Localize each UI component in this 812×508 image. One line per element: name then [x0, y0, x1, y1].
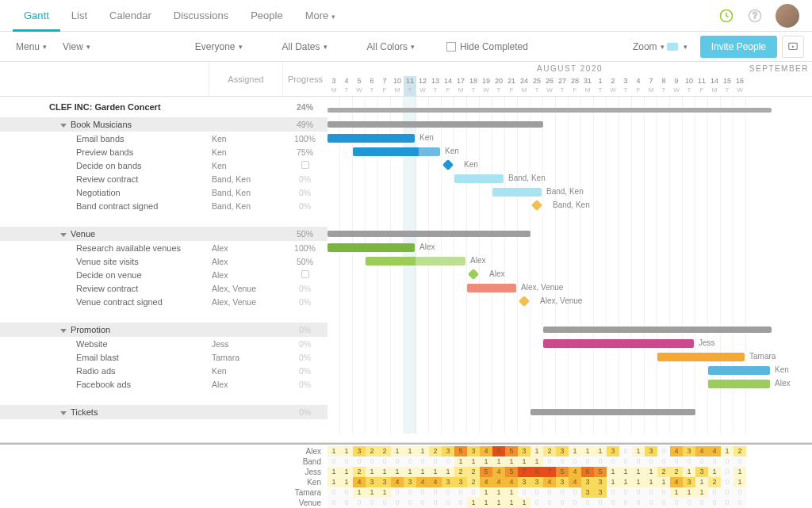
gantt-bar[interactable]: Ken [708, 366, 770, 375]
task-row[interactable]: Venue site visitsAlex50% [0, 254, 327, 268]
gantt-bar[interactable]: Alex [708, 380, 770, 388]
task-row[interactable]: Venue contract signedAlex, Venue0% [0, 295, 327, 308]
heatmap-row: Band000000000011111110000000000000000 [0, 456, 812, 467]
milestone[interactable] [531, 200, 542, 211]
task-row[interactable]: WebsiteJess0% [0, 337, 327, 350]
heatmap-row: Ken114334344332444334343311111431201 [0, 477, 812, 487]
day-cell: 1T [594, 76, 607, 96]
task-row[interactable]: Email blastTamara0% [0, 350, 327, 364]
tab-list[interactable]: List [60, 0, 98, 32]
filter-people[interactable]: Everyone▾ [187, 41, 251, 52]
day-cell: 8T [657, 76, 670, 96]
gantt-bar[interactable]: Band, Ken [492, 188, 542, 197]
day-cell: 15T [721, 76, 733, 96]
day-cell: 11F [695, 76, 708, 96]
day-cell: 2W [607, 76, 619, 96]
group-row[interactable]: Venue50% [0, 227, 327, 241]
tab-people[interactable]: People [239, 0, 293, 32]
col-progress: Progress [282, 62, 327, 96]
gantt-bar[interactable]: Band, Ken [454, 174, 504, 183]
day-cell: 11T [404, 76, 416, 96]
task-row[interactable]: Band contract signedBand, Ken0% [0, 199, 327, 212]
day-cell: 14F [442, 76, 454, 96]
day-cell: 13T [429, 76, 442, 96]
day-cell: 7F [378, 76, 391, 96]
group-row[interactable]: Tickets0% [0, 405, 327, 419]
zoom-dropdown[interactable]: Zoom▾▾ [625, 41, 695, 52]
view-dropdown[interactable]: View▾ [55, 41, 98, 52]
day-cell: 4T [340, 76, 353, 96]
project-row[interactable]: CLEF INC: Garden Concert24% [0, 97, 327, 117]
day-cell: 3M [327, 76, 340, 96]
activity-icon[interactable] [715, 5, 737, 27]
task-list-pane: Assigned Progress CLEF INC: Garden Conce… [0, 62, 327, 508]
timeline-month-2: SEPTEMBER [749, 64, 809, 73]
task-row[interactable]: Preview bandsKen75% [0, 145, 327, 159]
tab-discussions[interactable]: Discussions [163, 0, 239, 32]
milestone[interactable] [468, 269, 479, 280]
group-row[interactable]: Book Musicians49% [0, 117, 327, 132]
task-row[interactable]: Decide on venueAlex [0, 268, 327, 281]
heatmap-row: Venue000000000001111100000000000000000 [0, 498, 812, 508]
heatmap-row: Alex113221112353485312311130130434412 [0, 446, 812, 456]
day-cell: 28F [569, 76, 581, 96]
day-cell: 17M [454, 76, 467, 96]
gantt-bar[interactable]: Alex [327, 243, 415, 252]
day-cell: 9W [670, 76, 683, 96]
col-assigned: Assigned [209, 62, 282, 96]
task-row[interactable]: Decide on bandsKen [0, 159, 327, 172]
gantt-bar[interactable]: Tamara [657, 353, 745, 361]
task-row[interactable]: NegotiationBand, Ken0% [0, 185, 327, 199]
task-row[interactable]: Radio adsKen0% [0, 364, 327, 377]
day-cell: 5W [353, 76, 366, 96]
heatmap-row: Jess112111111122545787546511112213101 [0, 467, 812, 477]
avatar[interactable] [776, 4, 799, 28]
help-icon[interactable]: ? [744, 5, 766, 27]
gantt-bar[interactable]: Ken [327, 134, 415, 143]
day-cell: 18T [467, 76, 480, 96]
hide-completed-toggle[interactable]: Hide Completed [439, 41, 536, 52]
invite-button[interactable]: Invite People [700, 36, 777, 58]
day-cell: 25T [530, 76, 543, 96]
top-nav: GanttListCalendarDiscussionsPeopleMore ▾… [0, 0, 812, 32]
heatmap-row: Tamara001110000000111000003300000111000 [0, 487, 812, 498]
group-row[interactable]: Promotion0% [0, 323, 327, 337]
summary-bar[interactable] [530, 409, 695, 415]
menu-dropdown[interactable]: Menu▾ [8, 41, 55, 52]
filter-colors[interactable]: All Colors▾ [359, 41, 423, 52]
task-row[interactable]: Review contractBand, Ken0% [0, 172, 327, 185]
summary-bar[interactable] [543, 327, 772, 333]
tab-gantt[interactable]: Gantt [13, 0, 60, 32]
milestone[interactable] [442, 159, 454, 170]
resource-heatmap: Alex113221112353485312311130130434412Ban… [0, 442, 812, 508]
gantt-bar[interactable]: Ken [353, 147, 440, 156]
present-button[interactable] [782, 36, 804, 58]
day-cell: 31M [581, 76, 594, 96]
task-row[interactable]: Research available venuesAlex100% [0, 241, 327, 254]
svg-text:?: ? [753, 11, 757, 20]
summary-bar[interactable] [327, 121, 543, 128]
toolbar: Menu▾ View▾ Everyone▾ All Dates▾ All Col… [0, 32, 812, 62]
day-cell: 3T [619, 76, 632, 96]
filter-dates[interactable]: All Dates▾ [274, 41, 335, 52]
day-cell: 4F [632, 76, 645, 96]
day-cell: 10T [683, 76, 695, 96]
day-cell: 26W [543, 76, 556, 96]
gantt-bar[interactable]: Alex [366, 257, 465, 265]
tab-calendar[interactable]: Calendar [98, 0, 163, 32]
day-cell: 14M [708, 76, 721, 96]
gantt-bar[interactable]: Alex, Venue [467, 284, 516, 292]
summary-bar[interactable] [327, 231, 530, 237]
day-cell: 16W [733, 76, 746, 96]
milestone[interactable] [519, 296, 530, 307]
day-cell: 12W [416, 76, 429, 96]
day-cell: 10M [391, 76, 404, 96]
gantt-bar[interactable]: Jess [543, 339, 694, 348]
day-cell: 20T [492, 76, 505, 96]
task-row[interactable]: Review contractAlex, Venue0% [0, 281, 327, 295]
task-row[interactable]: Facebook adsAlex0% [0, 377, 327, 391]
task-row[interactable]: Email bandsKen100% [0, 132, 327, 145]
day-cell: 24M [518, 76, 530, 96]
timeline-header: AUGUST 2020 SEPTEMBER 3M4T5W6T7F10M11T12… [327, 62, 812, 97]
tab-more[interactable]: More ▾ [294, 0, 347, 32]
